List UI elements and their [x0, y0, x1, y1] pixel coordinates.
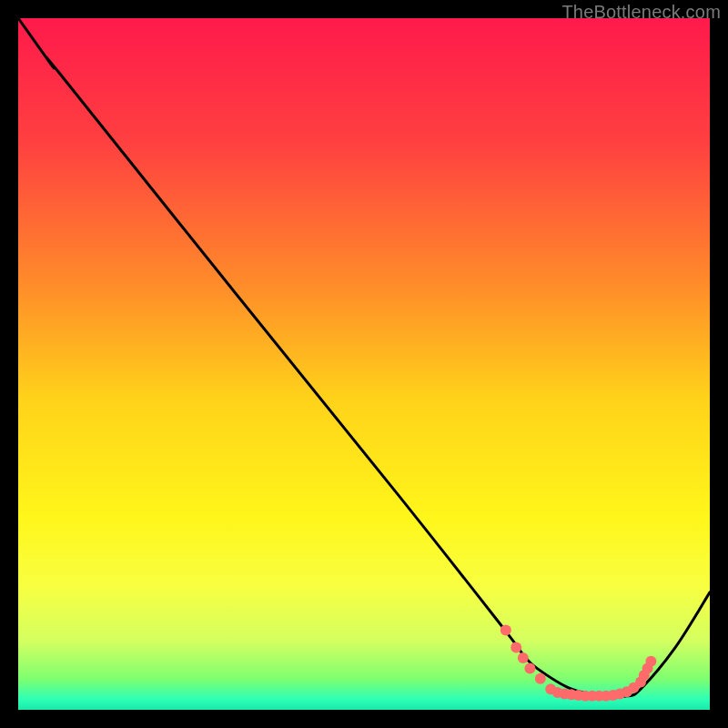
watermark-label: TheBottleneck.com	[561, 2, 721, 23]
plot-area	[18, 18, 710, 710]
highlight-dot	[535, 673, 546, 684]
highlight-dot	[500, 625, 511, 636]
highlight-dot	[518, 652, 529, 663]
highlight-dot	[645, 656, 656, 667]
plot-background	[18, 18, 710, 710]
highlight-dot	[511, 642, 521, 653]
chart-stage: TheBottleneck.com	[0, 0, 728, 728]
highlight-dot	[524, 662, 535, 673]
plot-svg	[18, 18, 710, 710]
